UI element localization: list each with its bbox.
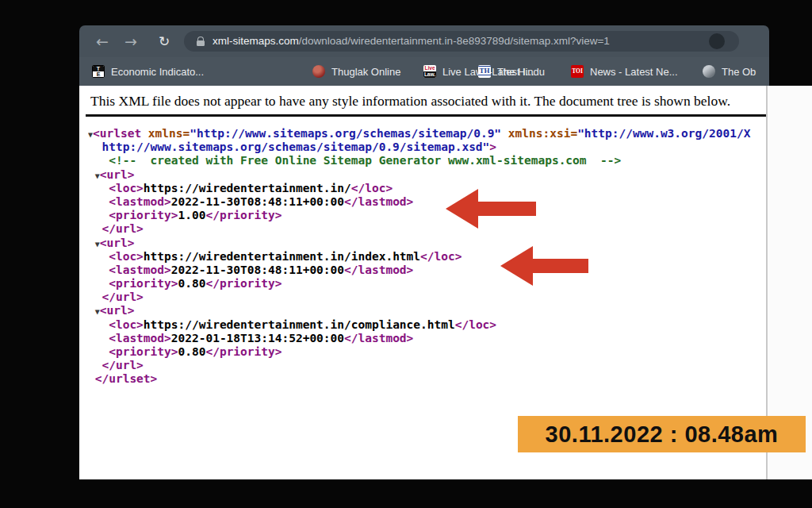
xml-line: </urlset>	[88, 372, 766, 386]
xml-token-plain	[88, 222, 102, 235]
arrow-head	[446, 189, 478, 229]
xml-token-plain	[88, 318, 109, 331]
toi-favicon: TOI	[571, 65, 584, 78]
forward-button[interactable]: →	[121, 31, 141, 52]
xml-line: </url>	[88, 222, 766, 236]
xml-token-comment: <!-- created with Free Online Sitemap Ge…	[109, 154, 621, 167]
trading-economics-favicon: TE	[92, 65, 105, 78]
reload-icon: ↻	[159, 33, 170, 49]
back-button[interactable]: ←	[92, 31, 113, 52]
lock-icon[interactable]	[197, 37, 205, 46]
bookmark-label: Economic Indicato...	[111, 66, 204, 78]
arrow-shaft	[477, 202, 536, 216]
thuglak-favicon	[312, 65, 325, 78]
xml-token-plain	[88, 140, 102, 153]
xml-token-tag: >	[489, 140, 496, 153]
xml-token-plain	[88, 182, 109, 194]
bookmark-the-hindu[interactable]: TH The Hindu	[478, 57, 545, 86]
xml-line: <lastmod>2022-01-18T13:14:52+00:00</last…	[88, 332, 766, 345]
xml-token-plain	[88, 168, 95, 181]
bookmark-thuglak-online[interactable]: Thuglak Online	[312, 57, 400, 86]
notice-divider	[86, 114, 766, 117]
xml-token-tag: </priority>	[205, 345, 282, 358]
xml-line: <lastmod>2022-11-30T08:48:11+00:00</last…	[88, 195, 766, 209]
xml-token-text: https://wiredentertainment.in/index.html	[144, 250, 420, 263]
xml-token-plain	[88, 291, 102, 303]
xml-token-tag: </url>	[102, 359, 143, 371]
xml-line: </url>	[88, 359, 766, 372]
xml-token-tag: <url>	[100, 304, 135, 317]
xml-line: <loc>https://wiredentertainment.in/</loc…	[88, 182, 766, 195]
xml-line: <loc>https://wiredentertainment.in/index…	[88, 250, 766, 264]
xml-token-attr: xmlns=	[141, 127, 190, 140]
xml-token-text: 2022-01-18T13:14:52+00:00	[171, 332, 344, 344]
forward-icon: →	[124, 33, 137, 50]
arrow-head	[500, 246, 533, 286]
bookmarks-bar: TE Economic Indicato... Thuglak Online L…	[79, 57, 769, 86]
xml-line: http://www.sitemaps.org/schemas/sitemap/…	[88, 140, 766, 154]
xml-token-plain	[88, 277, 109, 290]
xml-token-tag: </lastmod>	[344, 332, 413, 344]
arrow-shaft	[532, 259, 588, 273]
xml-token-tag: <lastmod>	[109, 264, 171, 276]
red-arrow-annotation-lastmod	[446, 189, 536, 229]
observer-favicon	[703, 65, 715, 78]
xml-line: ▼<url>	[88, 168, 766, 182]
url-path: /download/wiredentertainment.in-8e893789…	[299, 35, 610, 47]
xml-line: ▼<url>	[88, 237, 766, 250]
xml-token-val: "http://www.w3.org/2001/X	[577, 127, 750, 140]
xml-token-tag: <priority>	[109, 209, 178, 221]
xml-token-tag: </lastmod>	[344, 195, 413, 208]
xml-token-tag: <priority>	[109, 277, 178, 290]
xml-token-tag: </loc>	[420, 250, 462, 263]
xml-token-tag: <lastmod>	[109, 195, 171, 208]
xml-token-tag: </urlset>	[95, 372, 158, 385]
xml-token-text: 2022-11-30T08:48:11+00:00	[171, 195, 344, 208]
xml-token-plain	[88, 332, 109, 344]
bookmark-economic-indicators[interactable]: TE Economic Indicato...	[92, 57, 204, 86]
profile-avatar[interactable]	[709, 33, 725, 49]
xml-line: <!-- created with Free Online Sitemap Ge…	[88, 154, 766, 167]
xml-token-tag: </priority>	[205, 277, 282, 290]
xml-token-plain	[88, 154, 109, 167]
bookmark-label: Thuglak Online	[331, 66, 400, 78]
red-arrow-annotation-loc	[500, 246, 591, 286]
xml-token-tag: </loc>	[351, 182, 393, 194]
the-hindu-favicon: TH	[478, 65, 491, 78]
xml-token-plain	[88, 304, 95, 317]
xml-line: ▼<url>	[88, 304, 766, 318]
xml-token-tag: <lastmod>	[109, 332, 171, 344]
address-bar[interactable]: xml-sitemaps.com/download/wiredentertain…	[184, 31, 739, 52]
xml-token-tag: <loc>	[109, 250, 144, 263]
xml-token-tag: </loc>	[455, 318, 496, 331]
xml-line: <priority>1.00</priority>	[88, 209, 766, 222]
xml-token-text: 1.00	[178, 209, 206, 221]
screenshot-canvas: ← → ↻ xml-sitemaps.com/download/wiredent…	[0, 0, 812, 508]
xml-token-val: http://www.sitemaps.org/schemas/sitemap/…	[102, 140, 489, 153]
url-domain: xml-sitemaps.com	[213, 35, 299, 47]
xml-token-plain	[88, 264, 109, 276]
xml-token-plain	[88, 359, 102, 371]
xml-line: <priority>0.80</priority>	[88, 345, 766, 359]
xml-token-attr: xmlns:xsi=	[501, 127, 577, 140]
bookmark-toi-news[interactable]: TOI News - Latest Ne...	[571, 57, 678, 86]
xml-token-plain	[88, 250, 109, 263]
xml-token-tag: <priority>	[109, 345, 178, 358]
bookmark-the-observer[interactable]: The Ob	[703, 57, 756, 86]
xml-line: </url>	[88, 291, 766, 304]
bookmark-label: The Hindu	[497, 66, 545, 78]
browser-toolbar: ← → ↻ xml-sitemaps.com/download/wiredent…	[79, 25, 769, 57]
timestamp-badge: 30.11.2022 : 08.48am	[518, 416, 806, 452]
xml-token-tag: <url>	[100, 237, 135, 249]
url-text[interactable]: xml-sitemaps.com/download/wiredentertain…	[213, 31, 728, 52]
xml-token-plain	[88, 372, 95, 385]
xml-style-notice: This XML file does not appear to have an…	[90, 93, 764, 110]
xml-token-plain	[88, 209, 109, 221]
xml-token-val: "http://www.sitemaps.org/schemas/sitemap…	[190, 127, 501, 140]
xml-tree: ▼<urlset xmlns="http://www.sitemaps.org/…	[88, 127, 766, 387]
browser-window-chrome: ← → ↻ xml-sitemaps.com/download/wiredent…	[79, 25, 769, 86]
reload-button[interactable]: ↻	[154, 31, 174, 52]
xml-token-text: 2022-11-30T08:48:11+00:00	[171, 264, 344, 276]
xml-line: <lastmod>2022-11-30T08:48:11+00:00</last…	[88, 264, 766, 277]
xml-token-tag: </url>	[102, 291, 143, 303]
